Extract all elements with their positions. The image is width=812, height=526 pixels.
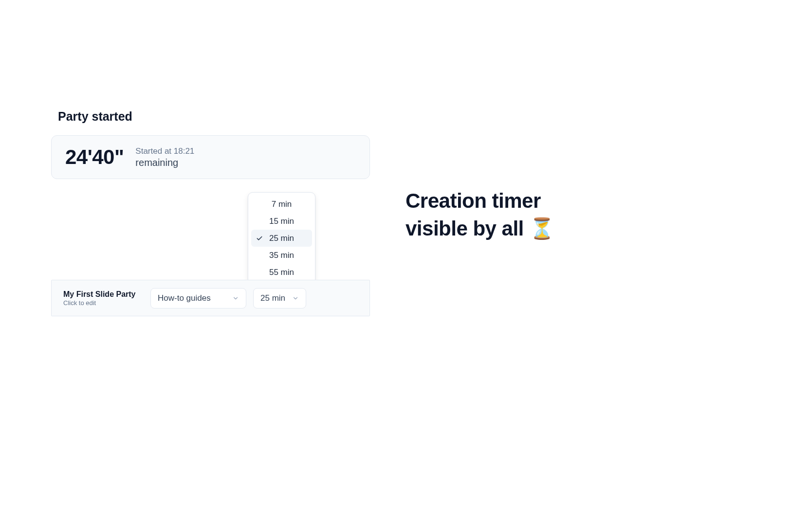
dropdown-option-label: 55 min bbox=[269, 268, 294, 277]
edit-hint: Click to edit bbox=[63, 299, 144, 307]
party-info[interactable]: My First Slide Party Click to edit bbox=[63, 290, 144, 307]
chevron-down-icon bbox=[292, 295, 299, 302]
remaining-label: remaining bbox=[135, 157, 194, 168]
party-name: My First Slide Party bbox=[63, 290, 144, 299]
timer-meta: Started at 18:21 remaining bbox=[135, 146, 194, 168]
dropdown-option-55min[interactable]: 55 min bbox=[251, 264, 312, 281]
caption-line2: visible by all ⏳ bbox=[406, 217, 554, 240]
caption-text: Creation timer visible by all ⏳ bbox=[406, 187, 554, 242]
dropdown-option-7min[interactable]: 7 min bbox=[251, 196, 312, 213]
dropdown-option-label: 35 min bbox=[269, 251, 294, 260]
timer-panel: Party started 24'40" Started at 18:21 re… bbox=[51, 109, 370, 179]
section-title: Party started bbox=[51, 109, 370, 124]
timer-card: 24'40" Started at 18:21 remaining bbox=[51, 135, 370, 179]
dropdown-option-label: 7 min bbox=[272, 200, 292, 209]
time-select-label: 25 min bbox=[260, 293, 285, 303]
guide-select-label: How-to guides bbox=[158, 293, 211, 303]
dropdown-option-label: 25 min bbox=[269, 234, 294, 243]
caption-line1: Creation timer bbox=[406, 189, 541, 212]
timer-value: 24'40" bbox=[65, 145, 124, 169]
dropdown-option-25min[interactable]: 25 min bbox=[251, 230, 312, 247]
started-at-label: Started at 18:21 bbox=[135, 146, 194, 156]
guide-select[interactable]: How-to guides bbox=[150, 288, 246, 308]
chevron-down-icon bbox=[232, 295, 239, 302]
time-select[interactable]: 25 min bbox=[253, 288, 306, 308]
bottom-toolbar: My First Slide Party Click to edit How-t… bbox=[51, 280, 370, 316]
time-dropdown-menu: 7 min 15 min 25 min 35 min 55 min bbox=[248, 192, 315, 284]
dropdown-option-35min[interactable]: 35 min bbox=[251, 247, 312, 264]
dropdown-option-label: 15 min bbox=[269, 217, 294, 226]
check-icon bbox=[256, 235, 263, 242]
dropdown-option-15min[interactable]: 15 min bbox=[251, 213, 312, 230]
